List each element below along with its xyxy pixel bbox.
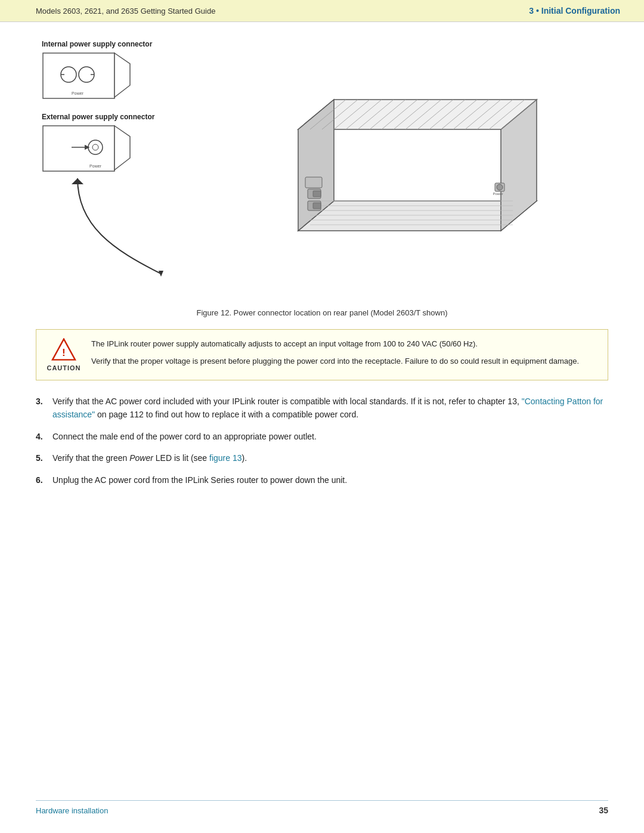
caution-text-block: The IPLink router power supply automatic…: [91, 338, 579, 368]
header-right-text: 3 • Initial Configuration: [529, 6, 620, 16]
step-5-content: Verify that the green Power LED is lit (…: [52, 451, 608, 465]
main-content: Internal power supply connector: [0, 22, 644, 534]
step-4: 4. Connect the male end of the power cor…: [36, 430, 608, 443]
caution-icon: ! CAUTION: [47, 338, 80, 371]
svg-marker-13: [159, 271, 163, 277]
external-connector-label: External power supply connector: [42, 113, 250, 121]
page-container: Models 2603, 2621, and 2635 Getting Star…: [0, 0, 644, 833]
numbered-steps: 3. Verify that the AC power cord include…: [36, 395, 608, 487]
step-3-link[interactable]: "Contacting Patton for assistance": [52, 397, 603, 419]
figure-caption: Figure 12. Power connector location on r…: [36, 308, 608, 317]
svg-point-47: [497, 184, 503, 190]
caution-label: CAUTION: [47, 364, 80, 371]
svg-text:Power: Power: [72, 91, 84, 95]
caution-line2: Verify that the proper voltage is presen…: [91, 355, 579, 368]
svg-text:Power: Power: [493, 192, 503, 196]
step-5-number: 5.: [36, 451, 52, 465]
connection-arrows: [42, 178, 221, 286]
step-3-number: 3.: [36, 395, 52, 408]
caution-triangle-icon: !: [48, 338, 79, 361]
internal-connector-diagram: Power: [42, 52, 131, 106]
svg-marker-14: [72, 178, 83, 184]
diagram-layout: Internal power supply connector: [36, 40, 608, 302]
svg-rect-7: [43, 126, 114, 171]
caution-box: ! CAUTION The IPLink router power supply…: [36, 329, 608, 380]
footer-left: Hardware installation: [36, 806, 108, 815]
figure-13-link[interactable]: figure 13: [209, 453, 242, 463]
step-3: 3. Verify that the AC power cord include…: [36, 395, 608, 422]
external-connector-diagram: Power: [42, 125, 131, 178]
step-4-content: Connect the male end of the power cord t…: [52, 430, 608, 443]
svg-text:Power: Power: [89, 164, 102, 168]
step-6-content: Unplug the AC power cord from the IPLink…: [52, 473, 608, 487]
step-3-content: Verify that the AC power cord included w…: [52, 395, 608, 422]
svg-rect-49: [305, 177, 322, 188]
footer-right: 35: [599, 806, 608, 815]
header-left-text: Models 2603, 2621, and 2635 Getting Star…: [36, 7, 215, 16]
svg-rect-44: [313, 191, 321, 197]
svg-rect-45: [313, 203, 321, 209]
svg-marker-8: [114, 126, 130, 170]
step-6-number: 6.: [36, 473, 52, 487]
step-4-number: 4.: [36, 430, 52, 443]
right-device-illustration: Power: [250, 40, 608, 302]
power-italic: Power: [129, 453, 153, 463]
svg-point-10: [92, 144, 98, 150]
left-diagrams: Internal power supply connector: [36, 40, 250, 302]
svg-marker-1: [114, 53, 130, 97]
step-6: 6. Unplug the AC power cord from the IPL…: [36, 473, 608, 487]
step-5: 5. Verify that the green Power LED is li…: [36, 451, 608, 465]
svg-text:!: !: [62, 346, 66, 358]
router-device-svg: Power: [250, 40, 549, 290]
page-footer: Hardware installation 35: [36, 800, 608, 815]
caution-line1: The IPLink router power supply automatic…: [91, 338, 579, 351]
header-bar: Models 2603, 2621, and 2635 Getting Star…: [0, 0, 644, 22]
internal-connector-label: Internal power supply connector: [42, 40, 250, 48]
